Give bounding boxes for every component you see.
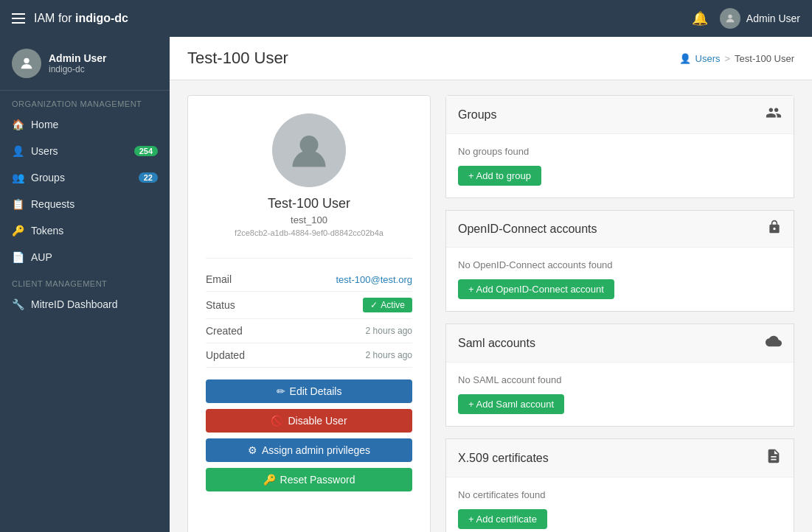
reset-password-button[interactable]: 🔑 Reset Password bbox=[206, 468, 412, 491]
add-saml-button[interactable]: + Add Saml account bbox=[458, 394, 564, 414]
brand-title: IAM for indigo-dc bbox=[34, 12, 128, 25]
admin-user-label: Admin User bbox=[746, 13, 800, 24]
user-username: test_100 bbox=[291, 214, 327, 225]
breadcrumb-current: Test-100 User bbox=[735, 53, 794, 64]
notification-icon[interactable]: 🔔 bbox=[692, 10, 708, 27]
pencil-icon: ✏ bbox=[277, 385, 285, 397]
user-status-row: Status ✓ Active bbox=[206, 292, 412, 319]
breadcrumb-user-icon: 👤 bbox=[679, 53, 691, 64]
saml-panel-body: No SAML account found + Add Saml account bbox=[446, 363, 794, 426]
aup-icon: 📄 bbox=[12, 251, 24, 263]
lock-icon bbox=[767, 220, 782, 238]
sidebar-item-label-users: Users bbox=[31, 145, 127, 157]
users-badge: 254 bbox=[134, 146, 158, 156]
updated-value: 2 hours ago bbox=[366, 350, 412, 360]
sidebar-item-mitreid[interactable]: 🔧 MitreID Dashboard bbox=[0, 291, 170, 318]
sidebar-profile-org: indigo-dc bbox=[49, 64, 107, 74]
saml-panel-header: Saml accounts bbox=[446, 324, 794, 363]
mitreid-icon: 🔧 bbox=[12, 298, 24, 310]
saml-panel: Saml accounts No SAML account found + Ad… bbox=[445, 323, 794, 427]
edit-details-button[interactable]: ✏ Edit Details bbox=[206, 379, 412, 403]
groups-panel: Groups No groups found + Add to group bbox=[445, 95, 794, 198]
status-badge: ✓ Active bbox=[363, 298, 412, 312]
menu-icon[interactable] bbox=[12, 13, 25, 24]
ban-icon: 🚫 bbox=[271, 415, 283, 427]
add-certificate-button[interactable]: + Add certificate bbox=[458, 509, 547, 529]
saml-empty-text: No SAML account found bbox=[458, 374, 782, 385]
add-to-group-button[interactable]: + Add to group bbox=[458, 166, 541, 186]
page-header: Test-100 User 👤 Users > Test-100 User bbox=[170, 37, 812, 80]
openid-panel-title: OpenID-Connect accounts bbox=[458, 223, 597, 236]
home-icon: 🏠 bbox=[12, 119, 24, 130]
check-icon: ✓ bbox=[370, 300, 378, 310]
certificate-icon bbox=[766, 448, 782, 468]
status-label: Status bbox=[206, 299, 235, 311]
x509-panel-title: X.509 certificates bbox=[458, 452, 549, 465]
admin-avatar bbox=[720, 8, 740, 29]
requests-icon: 📋 bbox=[12, 198, 24, 210]
main-content: Test-100 User 👤 Users > Test-100 User Te… bbox=[170, 37, 812, 532]
created-value: 2 hours ago bbox=[366, 326, 412, 336]
sidebar-item-label-home: Home bbox=[31, 119, 158, 130]
breadcrumb-users-link[interactable]: Users bbox=[695, 53, 721, 64]
updated-label: Updated bbox=[206, 349, 245, 361]
sidebar-item-label-requests: Requests bbox=[31, 198, 158, 210]
x509-panel: X.509 certificates No certificates found… bbox=[445, 438, 794, 532]
user-display-name: Test-100 User bbox=[268, 196, 350, 211]
right-panels: Groups No groups found + Add to group bbox=[445, 95, 794, 532]
sidebar-item-label-groups: Groups bbox=[31, 172, 131, 183]
email-value: test-100@test.org bbox=[336, 274, 412, 285]
add-openid-button[interactable]: + Add OpenID-Connect account bbox=[458, 279, 614, 299]
sidebar-item-aup[interactable]: 📄 AUP bbox=[0, 244, 170, 270]
svg-point-0 bbox=[728, 15, 732, 18]
openid-panel: OpenID-Connect accounts No OpenID-Connec… bbox=[445, 210, 794, 312]
sidebar-item-groups[interactable]: 👥 Groups 22 bbox=[0, 164, 170, 191]
sidebar-profile-name: Admin User bbox=[49, 52, 107, 64]
group-icon bbox=[766, 105, 782, 125]
groups-panel-body: No groups found + Add to group bbox=[446, 134, 794, 197]
sidebar-item-label-aup: AUP bbox=[31, 251, 158, 263]
groups-icon: 👥 bbox=[12, 172, 24, 183]
openid-empty-text: No OpenID-Connect accounts found bbox=[458, 259, 782, 270]
user-email-row: Email test-100@test.org bbox=[206, 267, 412, 292]
openid-panel-body: No OpenID-Connect accounts found + Add O… bbox=[446, 248, 794, 311]
sidebar-item-requests[interactable]: 📋 Requests bbox=[0, 191, 170, 217]
disable-user-button[interactable]: 🚫 Disable User bbox=[206, 409, 412, 433]
assign-admin-button[interactable]: ⚙ Assign admin privileges bbox=[206, 438, 412, 462]
gear-icon: ⚙ bbox=[248, 444, 257, 456]
tokens-icon: 🔑 bbox=[12, 225, 24, 237]
email-label: Email bbox=[206, 273, 232, 285]
groups-panel-header: Groups bbox=[446, 96, 794, 134]
sidebar-item-home[interactable]: 🏠 Home bbox=[0, 111, 170, 138]
user-info-table: Email test-100@test.org Status ✓ Active … bbox=[206, 258, 412, 368]
user-avatar bbox=[272, 113, 346, 187]
svg-point-1 bbox=[24, 58, 29, 63]
openid-panel-header: OpenID-Connect accounts bbox=[446, 211, 794, 248]
saml-panel-title: Saml accounts bbox=[458, 337, 535, 350]
created-label: Created bbox=[206, 325, 243, 337]
user-actions: ✏ Edit Details 🚫 Disable User ⚙ Assign a… bbox=[206, 379, 412, 491]
groups-empty-text: No groups found bbox=[458, 146, 782, 157]
page-title: Test-100 User bbox=[187, 49, 288, 68]
navbar: IAM for indigo-dc 🔔 Admin User bbox=[0, 0, 812, 37]
cloud-icon bbox=[766, 333, 782, 353]
sidebar-section-org: Organization Management bbox=[0, 91, 170, 111]
x509-empty-text: No certificates found bbox=[458, 489, 782, 500]
x509-panel-header: X.509 certificates bbox=[446, 439, 794, 477]
user-uuid: f2ce8cb2-a1db-4884-9ef0-d8842cc02b4a bbox=[235, 228, 384, 237]
sidebar-item-users[interactable]: 👤 Users 254 bbox=[0, 138, 170, 164]
sidebar: Admin User indigo-dc Organization Manage… bbox=[0, 37, 170, 532]
sidebar-section-client: Client management bbox=[0, 270, 170, 291]
user-updated-row: Updated 2 hours ago bbox=[206, 343, 412, 368]
key-icon: 🔑 bbox=[263, 474, 276, 486]
users-icon: 👤 bbox=[12, 145, 24, 157]
user-card: Test-100 User test_100 f2ce8cb2-a1db-488… bbox=[187, 95, 431, 532]
user-created-row: Created 2 hours ago bbox=[206, 319, 412, 343]
groups-panel-title: Groups bbox=[458, 108, 496, 122]
sidebar-item-label-tokens: Tokens bbox=[31, 225, 158, 237]
admin-user-menu[interactable]: Admin User bbox=[720, 8, 800, 29]
breadcrumb: 👤 Users > Test-100 User bbox=[679, 53, 794, 64]
sidebar-item-tokens[interactable]: 🔑 Tokens bbox=[0, 217, 170, 244]
sidebar-item-label-mitreid: MitreID Dashboard bbox=[31, 298, 158, 310]
sidebar-profile: Admin User indigo-dc bbox=[0, 37, 170, 91]
